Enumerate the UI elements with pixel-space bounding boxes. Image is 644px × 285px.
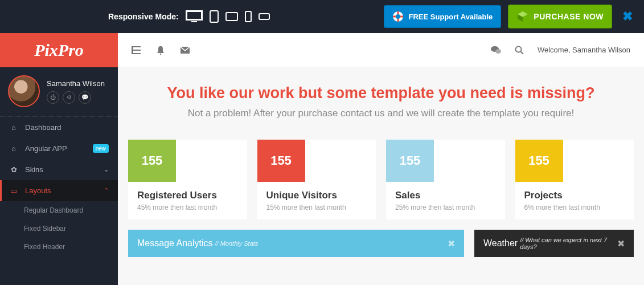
content-area: You like our work but some template you … bbox=[118, 67, 644, 285]
gear-icon[interactable]: ⚙ bbox=[63, 91, 75, 104]
logo[interactable]: PixPro bbox=[0, 33, 118, 67]
lifering-icon bbox=[392, 11, 404, 22]
purchase-button[interactable]: PURCHASE NOW bbox=[508, 5, 612, 28]
stat-title: Sales bbox=[386, 182, 505, 203]
new-badge: new bbox=[93, 144, 109, 153]
profile-block: Samantha Wilson ⏻ ⚙ 💬 bbox=[0, 67, 118, 117]
app-header: PixPro Welcome, Samantha Wilson bbox=[0, 33, 644, 67]
panel-subtitle: // What can we expect in next 7 days? bbox=[520, 237, 617, 250]
svg-rect-6 bbox=[259, 14, 269, 19]
panel-title: Weather bbox=[483, 238, 518, 249]
close-icon[interactable]: ✖ bbox=[448, 238, 455, 249]
nav-dashboard[interactable]: ⌂Dashboard bbox=[0, 117, 118, 138]
nav-skins-label: Skins bbox=[25, 165, 43, 174]
promo-title: You like our work but some template you … bbox=[129, 84, 633, 102]
stat-title: Registered Users bbox=[128, 182, 247, 203]
svg-rect-3 bbox=[210, 11, 218, 22]
nav-skins[interactable]: ✿Skins⌄ bbox=[0, 159, 118, 180]
svg-rect-1 bbox=[187, 12, 201, 19]
stats-row: 155 Registered Users 45% more then last … bbox=[118, 129, 644, 219]
close-icon[interactable]: ✖ bbox=[617, 238, 625, 249]
phone-portrait-icon[interactable] bbox=[245, 11, 252, 22]
comment-icon[interactable]: 💬 bbox=[79, 91, 91, 104]
sidebar: Samantha Wilson ⏻ ⚙ 💬 ⌂Dashboard ⌂Angula… bbox=[0, 67, 118, 285]
svg-point-19 bbox=[495, 49, 501, 54]
stat-value: 155 bbox=[128, 140, 176, 182]
panel-message-analytics: Message Analytics // Monthly Stats ✖ bbox=[128, 230, 464, 257]
svg-rect-4 bbox=[226, 13, 237, 21]
stat-value: 155 bbox=[257, 140, 305, 182]
nav-dashboard-label: Dashboard bbox=[25, 123, 61, 132]
sidebar-nav: ⌂Dashboard ⌂Angular APPnew ✿Skins⌄ ▭Layo… bbox=[0, 117, 118, 201]
responsive-mode-label: Responsive Mode: bbox=[108, 12, 179, 21]
stat-card-registered-users[interactable]: 155 Registered Users 45% more then last … bbox=[128, 140, 247, 219]
purchase-button-label: PURCHASE NOW bbox=[534, 12, 604, 21]
welcome-text[interactable]: Welcome, Samantha Wilson bbox=[538, 46, 630, 54]
chevron-up-icon: ⌃ bbox=[104, 187, 109, 194]
box-icon bbox=[516, 10, 529, 23]
chevron-down-icon: ⌄ bbox=[104, 166, 109, 173]
svg-rect-5 bbox=[245, 11, 251, 22]
stat-card-projects[interactable]: 155 Projects 6% more then last month bbox=[515, 140, 634, 219]
stat-title: Unique Visitors bbox=[257, 182, 376, 203]
panels-row: Message Analytics // Monthly Stats ✖ Wea… bbox=[118, 219, 644, 267]
stat-subtitle: 25% more then last month bbox=[386, 203, 505, 211]
device-icons bbox=[186, 10, 270, 23]
desktop-icon[interactable] bbox=[186, 10, 203, 23]
home-icon: ⌂ bbox=[9, 144, 18, 153]
demo-topbar: Responsive Mode: FREE Support Available … bbox=[0, 0, 644, 33]
svg-rect-15 bbox=[132, 46, 133, 54]
chat-icon[interactable] bbox=[491, 46, 501, 55]
header-right: Welcome, Samantha Wilson bbox=[118, 33, 644, 67]
subnav-fixed-sidebar[interactable]: Fixed Sidebar bbox=[0, 219, 118, 238]
stat-card-sales[interactable]: 155 Sales 25% more then last month bbox=[386, 140, 505, 219]
panel-title: Message Analytics bbox=[137, 238, 213, 249]
gear-icon: ✿ bbox=[9, 165, 18, 174]
nav-layouts-label: Layouts bbox=[25, 186, 51, 195]
mail-icon[interactable] bbox=[181, 47, 190, 54]
stat-value: 155 bbox=[515, 140, 563, 182]
close-demo-bar-icon[interactable]: ✖ bbox=[622, 9, 633, 24]
avatar[interactable] bbox=[8, 75, 40, 107]
header-icons-left bbox=[132, 46, 190, 55]
nav-layouts[interactable]: ▭Layouts⌃ bbox=[0, 180, 118, 201]
support-button[interactable]: FREE Support Available bbox=[384, 5, 501, 28]
bell-icon[interactable] bbox=[157, 46, 165, 55]
nav-angular-label: Angular APP bbox=[25, 144, 67, 153]
stat-subtitle: 45% more then last month bbox=[128, 203, 247, 211]
layouts-subnav: Regular Dashboard Fixed Sidebar Fixed He… bbox=[0, 201, 118, 256]
svg-line-21 bbox=[520, 51, 523, 54]
stat-value: 155 bbox=[386, 140, 434, 182]
svg-point-16 bbox=[160, 53, 162, 54]
header-icons-right: Welcome, Samantha Wilson bbox=[491, 46, 630, 55]
promo-subtitle: Not a problem! After your purchase conta… bbox=[129, 108, 633, 119]
phone-landscape-icon[interactable] bbox=[259, 13, 270, 20]
svg-point-20 bbox=[515, 46, 521, 52]
nav-angular[interactable]: ⌂Angular APPnew bbox=[0, 138, 118, 159]
subnav-fixed-header[interactable]: Fixed Header bbox=[0, 238, 118, 256]
promo-banner: You like our work but some template you … bbox=[118, 67, 644, 129]
svg-point-8 bbox=[396, 14, 400, 19]
layout-icon: ▭ bbox=[9, 186, 18, 195]
home-icon: ⌂ bbox=[9, 123, 18, 132]
tablet-portrait-icon[interactable] bbox=[210, 10, 219, 23]
tablet-landscape-icon[interactable] bbox=[225, 12, 238, 21]
stat-title: Projects bbox=[515, 182, 634, 203]
search-icon[interactable] bbox=[515, 46, 524, 55]
menu-toggle-icon[interactable] bbox=[132, 46, 141, 54]
subnav-regular-dashboard[interactable]: Regular Dashboard bbox=[0, 201, 118, 219]
power-icon[interactable]: ⏻ bbox=[47, 91, 59, 104]
profile-name: Samantha Wilson bbox=[47, 79, 105, 88]
profile-actions: ⏻ ⚙ 💬 bbox=[47, 91, 105, 104]
panel-subtitle: // Monthly Stats bbox=[215, 240, 259, 247]
support-button-label: FREE Support Available bbox=[408, 13, 493, 21]
svg-rect-2 bbox=[191, 21, 197, 22]
stat-subtitle: 6% more then last month bbox=[515, 203, 634, 211]
stat-subtitle: 15% more then last month bbox=[257, 203, 376, 211]
stat-card-unique-visitors[interactable]: 155 Unique Visitors 15% more then last m… bbox=[257, 140, 376, 219]
panel-weather: Weather // What can we expect in next 7 … bbox=[474, 230, 634, 257]
